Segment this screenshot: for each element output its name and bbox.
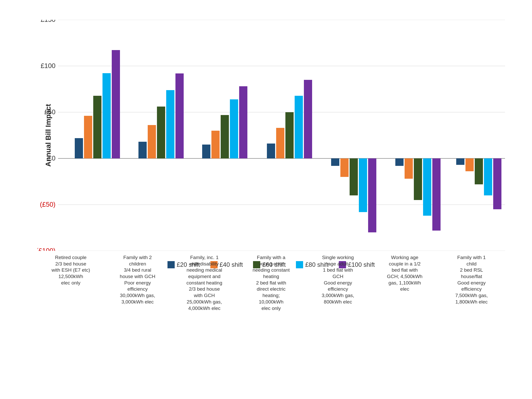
chart-svg: £150 £100 £50 £0 (£50) (£100): [38, 20, 505, 251]
bar: [359, 158, 367, 212]
bar: [93, 96, 101, 158]
bar: [423, 158, 431, 216]
svg-text:(£50): (£50): [40, 201, 55, 208]
bar: [465, 158, 474, 171]
x-label-5: Single workingage adult1 bed flat withGC…: [309, 254, 368, 311]
x-label-3: Family, inc. 1with disabilityneeding med…: [175, 254, 234, 311]
y-axis-label: Annual Bill Impact: [44, 104, 52, 167]
bar: [84, 116, 92, 158]
bar: [368, 158, 376, 232]
x-label-1: Retired couple2/3 bed housewith ESH (E7 …: [41, 254, 100, 311]
bar: [493, 158, 501, 209]
bar: [157, 107, 165, 158]
bar: [414, 158, 422, 200]
svg-text:£150: £150: [41, 20, 55, 23]
bar: [331, 158, 339, 166]
x-labels: Retired couple2/3 bed housewith ESH (E7 …: [38, 254, 505, 311]
bar: [276, 128, 284, 158]
svg-text:£100: £100: [41, 62, 55, 70]
bar: [239, 86, 247, 158]
svg-text:(£100): (£100): [38, 247, 55, 251]
bar: [138, 142, 147, 158]
bar: [75, 138, 83, 158]
bar: [285, 112, 294, 158]
x-label-6: Working agecouple in a 1/2bed flat withG…: [375, 254, 434, 311]
bar: [340, 158, 349, 177]
bar: [475, 158, 483, 184]
bar: [484, 158, 492, 195]
bar: [175, 73, 184, 158]
bar: [102, 73, 111, 158]
bar: [202, 145, 210, 158]
x-label-4: Family with ayoung childneeding constant…: [242, 254, 301, 311]
bar: [148, 125, 156, 158]
bar: [304, 80, 312, 158]
x-label-2: Family with 2children3/4 bed ruralhouse …: [108, 254, 167, 311]
bar: [432, 158, 441, 231]
bar: [350, 158, 358, 195]
x-label-7: Family with 1child2 bed RSLhouse/flatGoo…: [442, 254, 501, 311]
bar: [295, 96, 303, 158]
bar: [456, 158, 464, 165]
chart-area: Annual Bill Impact £150: [38, 20, 505, 251]
bar: [211, 131, 220, 158]
bar: [230, 99, 238, 158]
bar: [395, 158, 404, 166]
bar: [112, 50, 120, 158]
bar: [221, 115, 229, 158]
bar: [405, 158, 413, 179]
bar: [166, 90, 174, 158]
bar: [267, 144, 275, 158]
chart-container: Annual Bill Impact £150: [12, 10, 520, 390]
